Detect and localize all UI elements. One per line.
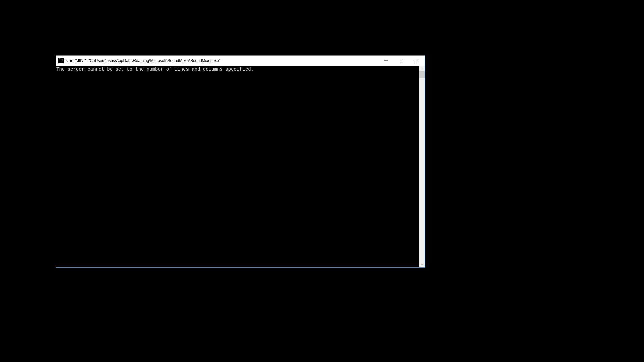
command-prompt-window: start /MIN "" "C:\Users\asus\AppData\Roa… — [56, 55, 425, 268]
svg-rect-1 — [400, 59, 403, 62]
window-title: start /MIN "" "C:\Users\asus\AppData\Roa… — [66, 58, 378, 63]
client-area: The screen cannot be set to the number o… — [56, 66, 425, 267]
scroll-track[interactable] — [419, 71, 425, 262]
minimize-icon — [384, 59, 388, 62]
minimize-button[interactable] — [378, 56, 394, 66]
vertical-scrollbar[interactable]: ▴ ▾ — [419, 66, 425, 267]
scroll-down-arrow-icon[interactable]: ▾ — [419, 262, 425, 267]
scroll-up-arrow-icon[interactable]: ▴ — [419, 66, 425, 71]
close-icon — [415, 59, 419, 62]
console-output[interactable]: The screen cannot be set to the number o… — [56, 66, 419, 267]
window-controls — [378, 56, 425, 66]
scroll-thumb[interactable] — [419, 71, 425, 78]
maximize-icon — [400, 59, 403, 62]
close-button[interactable] — [409, 56, 425, 66]
maximize-button[interactable] — [394, 56, 409, 66]
cmd-icon — [58, 58, 64, 63]
titlebar[interactable]: start /MIN "" "C:\Users\asus\AppData\Roa… — [56, 56, 425, 66]
